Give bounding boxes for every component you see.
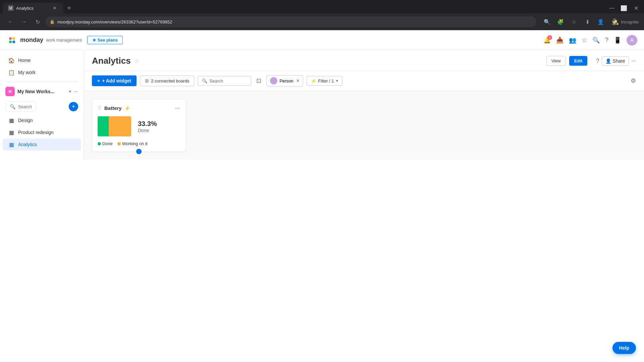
address-text: moodjoy.monday.com/overviews/263362?user… (57, 19, 172, 24)
new-tab-button[interactable]: + (64, 3, 74, 13)
bookmark-icon[interactable]: ☆ (569, 16, 579, 27)
help-button[interactable]: Help (612, 342, 636, 354)
page-content: Analytics ☆ View Edit ? 👤 Share ··· (84, 50, 644, 160)
main-content: 🏠 Home 📋 My work M My New Works... ▾ ···… (0, 50, 644, 160)
done-dot (98, 142, 101, 145)
product-redesign-label: Product redesign (18, 130, 54, 135)
workspace-chevron-icon[interactable]: ▾ (69, 89, 71, 94)
person-label: Person (279, 78, 293, 83)
sidebar-item-my-work[interactable]: 📋 My work (3, 66, 81, 78)
share-button[interactable]: 👤 Share (602, 56, 629, 66)
app-wrapper: monday work management ★ See plans 🔔 3 📥… (0, 30, 644, 160)
share-icon: 👤 (605, 58, 611, 64)
analytics-label: Analytics (18, 142, 37, 147)
widget-title-row: ⠿ Battery ⚡ ··· (98, 105, 180, 112)
extension-icon[interactable]: 🧩 (555, 16, 566, 27)
my-work-label: My work (18, 70, 36, 75)
sidebar-item-analytics[interactable]: ▦ Analytics (3, 138, 81, 150)
app-icon[interactable]: 📱 (614, 37, 621, 44)
person-avatar (270, 77, 277, 84)
active-tab[interactable]: M Analytics ✕ (3, 3, 63, 13)
back-button[interactable]: ← (5, 16, 16, 27)
close-button[interactable]: ✕ (631, 3, 641, 13)
workspace-name: My New Works... (17, 89, 66, 94)
browser-chrome: M Analytics ✕ + — ⬜ ✕ ← → ↻ 🔒 moodjoy.mo… (0, 0, 644, 30)
bell-icon[interactable]: 🔔 3 (543, 37, 551, 44)
battery-widget: ⠿ Battery ⚡ ··· 33.3% Done (92, 99, 186, 152)
tab-title: Analytics (16, 6, 34, 11)
battery-percent: 33.3% (138, 120, 157, 128)
widget-filter-icon[interactable]: ⚡ (124, 106, 130, 111)
search-bar[interactable]: 🔍 Search (198, 76, 251, 86)
refresh-button[interactable]: ↻ (32, 16, 43, 27)
design-icon: ▦ (8, 117, 15, 124)
sidebar-item-home[interactable]: 🏠 Home (3, 54, 81, 66)
sidebar-search-row: 🔍 Search + (0, 99, 84, 114)
widget-drag-handle[interactable]: ⠿ (98, 105, 102, 111)
see-plans-button[interactable]: ★ See plans (87, 36, 123, 44)
person-filter[interactable]: Person ✕ (266, 75, 303, 86)
search-icon[interactable]: 🔍 (542, 16, 552, 27)
view-button[interactable]: View (546, 56, 566, 66)
page-header-actions: ? 👤 Share ··· (596, 56, 636, 66)
forward-button[interactable]: → (19, 16, 30, 27)
top-bar: monday work management ★ See plans 🔔 3 📥… (0, 30, 644, 50)
battery-status-label: Done (138, 128, 157, 133)
top-bar-actions: 🔔 3 📥 👥 ☆ 🔍 ? 📱 A (543, 35, 637, 46)
settings-gear-icon[interactable]: ⚙ (631, 77, 636, 84)
battery-working-segment (109, 116, 131, 136)
sidebar-item-product-redesign[interactable]: ▦ Product redesign (3, 126, 81, 138)
lock-icon: 🔒 (50, 19, 55, 24)
tab-close-button[interactable]: ✕ (52, 5, 58, 11)
page-title: Analytics (92, 56, 131, 66)
search-placeholder: Search (209, 78, 223, 83)
filter-icon: ⚡ (311, 78, 316, 83)
connected-boards-button[interactable]: ⊞ 2 connected boards (140, 75, 194, 86)
sidebar-add-button[interactable]: + (69, 102, 78, 111)
star-icon[interactable]: ☆ (582, 37, 587, 44)
widget-resize-handle[interactable] (136, 149, 142, 154)
home-icon: 🏠 (8, 57, 15, 64)
workspace-more-icon[interactable]: ··· (74, 88, 78, 95)
logo-subtext: work management (46, 38, 82, 43)
sidebar: 🏠 Home 📋 My work M My New Works... ▾ ···… (0, 50, 84, 160)
toolbar-row: + + Add widget ⊞ 2 connected boards 🔍 Se… (84, 71, 644, 91)
edit-button[interactable]: Edit (569, 56, 588, 66)
layout-button[interactable]: ⊡ (255, 75, 263, 86)
battery-stats: 33.3% Done (138, 120, 157, 133)
user-avatar[interactable]: A (627, 35, 637, 46)
help-icon[interactable]: ? (605, 37, 608, 44)
workspace-avatar: M (5, 87, 15, 96)
logo-text: monday (20, 37, 43, 44)
people-icon[interactable]: 👥 (569, 37, 576, 44)
tab-favicon: M (8, 5, 13, 11)
profile-icon[interactable]: 👤 (595, 16, 606, 27)
inbox-icon[interactable]: 📥 (556, 37, 564, 44)
sidebar-search[interactable]: 🔍 Search (5, 102, 36, 112)
filter-button[interactable]: ⚡ Filter / 1 ▾ (307, 76, 342, 86)
download-icon[interactable]: ⬇ (582, 16, 593, 27)
battery-legend: Done Working on it (98, 141, 180, 146)
maximize-button[interactable]: ⬜ (619, 3, 629, 13)
incognito-area: 🕵 Incognito (611, 18, 639, 25)
search-icon[interactable]: 🔍 (592, 37, 600, 44)
address-bar[interactable]: 🔒 moodjoy.monday.com/overviews/263362?us… (46, 16, 536, 27)
search-text: Search (18, 104, 32, 109)
add-widget-label: + Add widget (102, 78, 131, 83)
working-label: Working on it (122, 141, 148, 146)
logo-icon (7, 35, 17, 46)
widget-more-icon[interactable]: ··· (175, 105, 180, 112)
board-area: ⠿ Battery ⚡ ··· 33.3% Done (84, 91, 644, 160)
connected-boards-label: 2 connected boards (151, 78, 189, 83)
sidebar-item-design[interactable]: ▦ Design (3, 114, 81, 126)
person-filter-remove[interactable]: ✕ (296, 78, 300, 83)
battery-chart-area: 33.3% Done (98, 116, 180, 136)
question-icon[interactable]: ? (596, 58, 599, 64)
minimize-button[interactable]: — (606, 3, 617, 13)
more-icon[interactable]: ··· (632, 58, 636, 64)
notification-badge: 3 (547, 35, 552, 40)
working-dot (117, 142, 121, 145)
page-toolbar: View Edit ? 👤 Share ··· (143, 56, 636, 66)
add-widget-button[interactable]: + + Add widget (92, 75, 137, 86)
page-favorite-star[interactable]: ☆ (134, 57, 140, 65)
